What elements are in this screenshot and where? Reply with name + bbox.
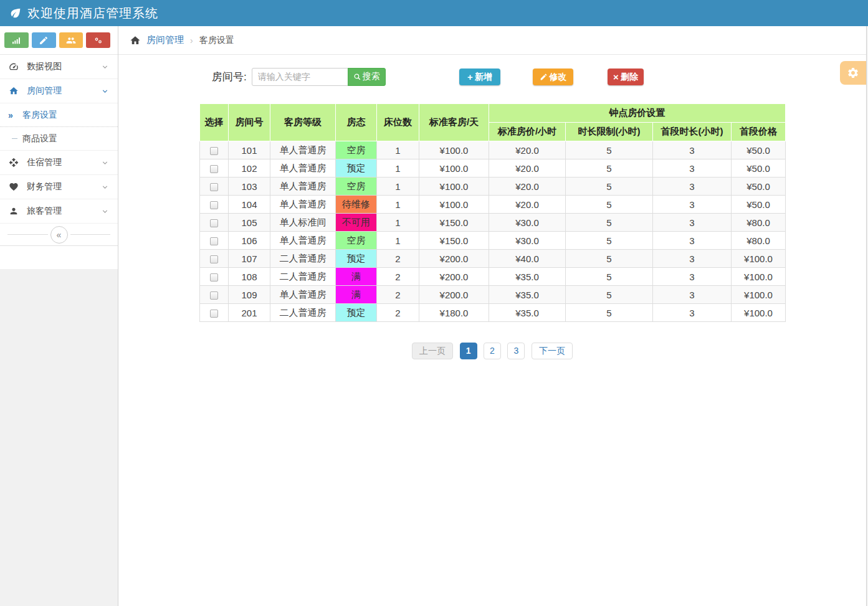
row-checkbox[interactable] xyxy=(210,165,218,173)
sidebar-subitem-label: 客房设置 xyxy=(22,110,57,121)
cell-room-number: 106 xyxy=(229,232,270,250)
cell-first-duration: 3 xyxy=(653,141,732,159)
cell-duration-limit: 5 xyxy=(566,286,653,304)
chevron-down-icon xyxy=(101,159,109,167)
cell-room-number: 109 xyxy=(229,286,270,304)
app-title: 欢迎使用酒店管理系统 xyxy=(27,5,158,22)
cell-first-price: ¥50.0 xyxy=(732,159,786,178)
gear-icon xyxy=(847,67,859,79)
sidebar: 数据视图 房间管理 » 客房设置 商品设置 住宿管理 财务管理 xyxy=(0,26,118,606)
add-button[interactable]: + 新增 xyxy=(459,69,500,85)
pagination-page-1[interactable]: 1 xyxy=(460,343,477,359)
delete-button[interactable]: × 删除 xyxy=(608,69,644,85)
table-row: 109 单人普通房 满 2 ¥200.0 ¥35.0 5 3 ¥100.0 xyxy=(200,286,786,304)
cell-first-price: ¥100.0 xyxy=(732,250,786,268)
cell-day-price: ¥150.0 xyxy=(419,214,489,232)
sidebar-item-finance-management[interactable]: 财务管理 xyxy=(0,175,118,199)
delete-button-label: 删除 xyxy=(621,72,638,83)
sidebar-empty-area xyxy=(0,269,118,606)
quick-chart-button[interactable] xyxy=(4,32,29,48)
cell-room-number: 102 xyxy=(229,159,270,178)
sidebar-item-data-view[interactable]: 数据视图 xyxy=(0,55,118,79)
search-button[interactable]: 搜索 xyxy=(348,68,386,86)
leaf-icon xyxy=(9,6,22,20)
row-checkbox[interactable] xyxy=(210,219,218,227)
table-row: 102 单人普通房 预定 1 ¥100.0 ¥20.0 5 3 ¥50.0 xyxy=(200,159,786,178)
cell-beds: 1 xyxy=(377,159,419,178)
cell-first-duration: 3 xyxy=(653,178,732,196)
sidebar-subitem-guest-room-settings[interactable]: » 客房设置 xyxy=(0,103,118,127)
quick-edit-button[interactable] xyxy=(32,32,56,48)
cell-room-status: 空房 xyxy=(336,141,377,159)
table-body: 101 单人普通房 空房 1 ¥100.0 ¥20.0 5 3 ¥50.0 10… xyxy=(200,141,786,322)
cell-room-grade: 二人普通房 xyxy=(270,268,336,286)
sidebar-item-room-management[interactable]: 房间管理 xyxy=(0,79,118,103)
table-row: 103 单人普通房 空房 1 ¥100.0 ¥20.0 5 3 ¥50.0 xyxy=(200,178,786,196)
row-checkbox[interactable] xyxy=(210,237,218,245)
cell-beds: 1 xyxy=(377,196,419,214)
row-checkbox[interactable] xyxy=(210,147,218,155)
cell-hour-price: ¥30.0 xyxy=(489,214,566,232)
cell-room-number: 101 xyxy=(229,141,270,159)
cell-room-number: 105 xyxy=(229,214,270,232)
cell-duration-limit: 5 xyxy=(566,159,653,178)
top-header-bar: 欢迎使用酒店管理系统 xyxy=(0,0,868,26)
room-number-search-input[interactable] xyxy=(252,68,348,86)
table-header: 选择 房间号 客房等级 房态 床位数 标准客房/天 钟点房价设置 标准房价/小时… xyxy=(200,104,786,141)
table-row: 101 单人普通房 空房 1 ¥100.0 ¥20.0 5 3 ¥50.0 xyxy=(200,141,786,159)
cell-duration-limit: 5 xyxy=(566,178,653,196)
sidebar-collapse-button[interactable]: « xyxy=(50,226,68,244)
cell-room-status: 预定 xyxy=(336,304,377,322)
cell-day-price: ¥200.0 xyxy=(419,268,489,286)
sidebar-item-label: 旅客管理 xyxy=(27,206,62,217)
cell-day-price: ¥100.0 xyxy=(419,196,489,214)
cell-room-grade: 二人普通房 xyxy=(270,250,336,268)
room-management-submenu: » 客房设置 商品设置 xyxy=(0,103,118,151)
table-row: 106 单人普通房 空房 1 ¥150.0 ¥30.0 5 3 ¥80.0 xyxy=(200,232,786,250)
pagination-prev-button[interactable]: 上一页 xyxy=(412,343,453,359)
pagination-page-3[interactable]: 3 xyxy=(507,343,525,359)
gears-icon xyxy=(93,36,103,45)
col-header-duration-limit: 时长限制(小时) xyxy=(566,123,653,141)
pagination-next-button[interactable]: 下一页 xyxy=(532,343,573,359)
cell-room-status: 预定 xyxy=(336,250,377,268)
row-checkbox[interactable] xyxy=(210,255,218,263)
cell-hour-price: ¥35.0 xyxy=(489,268,566,286)
sidebar-collapse-row: « xyxy=(0,224,118,246)
cell-room-status: 不可用 xyxy=(336,214,377,232)
cell-beds: 1 xyxy=(377,178,419,196)
cell-day-price: ¥200.0 xyxy=(419,286,489,304)
breadcrumb-link-room-management[interactable]: 房间管理 xyxy=(146,34,184,46)
row-checkbox[interactable] xyxy=(210,183,218,191)
quick-users-button[interactable] xyxy=(59,32,83,48)
sidebar-item-label: 数据视图 xyxy=(27,61,62,72)
pagination-page-2[interactable]: 2 xyxy=(484,343,501,359)
row-checkbox[interactable] xyxy=(210,291,218,300)
cell-duration-limit: 5 xyxy=(566,268,653,286)
quick-gears-button[interactable] xyxy=(86,32,110,48)
breadcrumb-separator: › xyxy=(190,36,193,45)
table-row: 201 二人普通房 预定 2 ¥180.0 ¥35.0 5 3 ¥100.0 xyxy=(200,304,786,322)
cell-beds: 2 xyxy=(377,250,419,268)
col-header-day-price: 标准客房/天 xyxy=(419,104,489,141)
cell-hour-price: ¥30.0 xyxy=(489,232,566,250)
cell-duration-limit: 5 xyxy=(566,250,653,268)
chevron-down-icon xyxy=(101,207,109,215)
row-checkbox[interactable] xyxy=(210,201,218,209)
cell-hour-price: ¥20.0 xyxy=(489,178,566,196)
cell-day-price: ¥100.0 xyxy=(419,141,489,159)
cell-room-grade: 单人普通房 xyxy=(270,141,336,159)
cell-first-price: ¥100.0 xyxy=(732,304,786,322)
sidebar-item-guest-management[interactable]: 旅客管理 xyxy=(0,199,118,224)
cell-room-grade: 单人普通房 xyxy=(270,159,336,178)
settings-fab-button[interactable] xyxy=(840,61,866,85)
row-checkbox[interactable] xyxy=(210,273,218,282)
row-checkbox[interactable] xyxy=(210,310,218,318)
cell-room-status: 空房 xyxy=(336,178,377,196)
cell-room-number: 201 xyxy=(229,304,270,322)
quick-button-row xyxy=(0,26,118,55)
edit-button[interactable]: 修改 xyxy=(533,69,573,85)
sidebar-subitem-product-settings[interactable]: 商品设置 xyxy=(0,127,118,151)
move-arrows-icon xyxy=(9,158,20,168)
sidebar-item-lodging-management[interactable]: 住宿管理 xyxy=(0,151,118,175)
